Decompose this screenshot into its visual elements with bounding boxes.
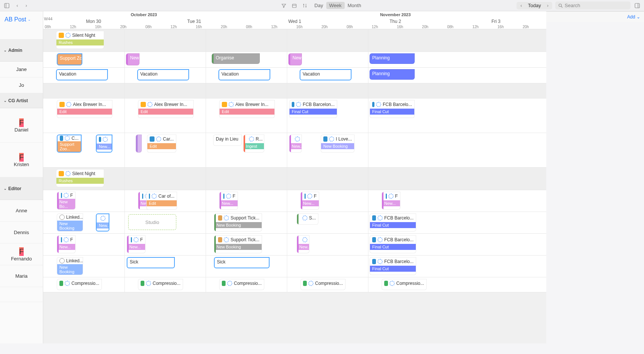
booking-event[interactable]: Support Tick...New Booking bbox=[214, 235, 262, 253]
booking-event[interactable]: S... bbox=[297, 213, 318, 225]
inspector-toggle-icon[interactable] bbox=[633, 2, 641, 9]
booking-event[interactable]: Compressio... bbox=[382, 279, 427, 290]
booking-event[interactable]: Linked...New Booking bbox=[57, 213, 83, 231]
search-placeholder: Search bbox=[565, 3, 580, 8]
booking-event[interactable]: Compressio... bbox=[138, 279, 183, 290]
booking-event[interactable]: C...Support Zoo... bbox=[57, 135, 82, 153]
add-button[interactable]: Add ⌄ bbox=[627, 14, 640, 20]
booking-event[interactable]: Sick bbox=[127, 257, 175, 268]
booking-event[interactable]: New... bbox=[289, 135, 302, 153]
day-header: Tue 31 bbox=[144, 18, 245, 25]
booking-event[interactable]: Sick bbox=[214, 257, 270, 268]
booking-event[interactable]: FCB Barcelo...Final Cut bbox=[370, 100, 415, 118]
booking-event[interactable]: Planning bbox=[370, 69, 415, 80]
booking-event[interactable]: FCB Barcelo...Final Cut bbox=[370, 235, 416, 253]
hour-label: 12h bbox=[471, 25, 496, 29]
hour-label: 08h bbox=[244, 25, 270, 29]
next-period-icon[interactable]: › bbox=[544, 2, 552, 9]
booking-event[interactable]: Planning bbox=[370, 53, 415, 64]
forward-icon[interactable]: › bbox=[23, 2, 30, 9]
day-header: Wed 1 bbox=[244, 18, 345, 25]
hour-label: 20h bbox=[119, 25, 144, 29]
person-name: Dennis bbox=[14, 230, 29, 235]
booking-event[interactable]: Support Tick...New Booking bbox=[214, 213, 262, 231]
back-icon[interactable]: ‹ bbox=[14, 2, 21, 9]
booking-event[interactable]: FNew... bbox=[300, 192, 319, 210]
workspace-picker[interactable]: AB Post⌄ bbox=[0, 11, 43, 28]
booking-event[interactable]: Alex Brewer In...Edit bbox=[57, 100, 112, 118]
booking-event[interactable]: Day in Lieu bbox=[213, 135, 242, 146]
person-name: Fernando bbox=[11, 256, 32, 262]
person-name: Daniel bbox=[15, 127, 29, 133]
booking-event[interactable]: Silent NightRushes bbox=[56, 31, 104, 49]
hour-label: 12h bbox=[370, 25, 395, 29]
booking-event[interactable]: Vacation bbox=[137, 69, 189, 80]
view-month[interactable]: Month bbox=[344, 2, 364, 9]
filter-icon[interactable] bbox=[280, 2, 287, 9]
avatar: F bbox=[19, 247, 24, 256]
booking-event[interactable]: Car...Edit bbox=[147, 135, 176, 153]
booking-event[interactable]: Support Zoo... bbox=[57, 53, 82, 65]
hour-label: 16h bbox=[395, 25, 421, 29]
booking-event[interactable]: New... bbox=[126, 53, 139, 65]
booking-event[interactable]: FNew... bbox=[57, 235, 76, 253]
hour-label: 20h bbox=[521, 25, 546, 29]
booking-event[interactable]: New... bbox=[297, 235, 309, 253]
booking-event[interactable]: New... bbox=[96, 135, 112, 153]
booking-event[interactable]: FNew... bbox=[382, 192, 400, 210]
view-day[interactable]: Day bbox=[311, 2, 326, 9]
tentative-event[interactable]: Studio bbox=[128, 214, 176, 230]
booking-event[interactable]: I Love...New Booking bbox=[321, 135, 355, 153]
avatar: F bbox=[19, 153, 24, 162]
view-toggle: Day Week Month bbox=[311, 2, 364, 9]
booking-event[interactable]: R...Ingest bbox=[243, 135, 264, 153]
booking-event[interactable]: New... bbox=[96, 213, 109, 231]
booking-event[interactable]: FCB Barcelon...Final Cut bbox=[289, 100, 337, 118]
booking-event[interactable]: FNew... bbox=[127, 235, 145, 253]
hour-label: 08h bbox=[446, 25, 471, 29]
booking-event[interactable]: Compressio... bbox=[300, 279, 345, 290]
search-input[interactable]: Search bbox=[555, 2, 630, 9]
booking-event[interactable]: FNew Bo... bbox=[57, 192, 76, 210]
booking-event[interactable]: Car of...Edit bbox=[146, 192, 177, 210]
person-name: Maria bbox=[15, 273, 28, 279]
booking-event[interactable]: Compressio... bbox=[57, 279, 102, 290]
booking-event[interactable]: Linked...New Booking bbox=[57, 257, 83, 275]
booking-event[interactable]: Organise bbox=[212, 53, 260, 64]
booking-event[interactable]: New... bbox=[288, 53, 302, 65]
group-header[interactable]: ⌄ Admin bbox=[0, 39, 43, 62]
settings-icon[interactable] bbox=[301, 2, 308, 9]
prev-period-icon[interactable]: ‹ bbox=[517, 2, 525, 9]
booking-event[interactable]: Alex Brewer In...Edit bbox=[138, 100, 194, 118]
today-button[interactable]: Today bbox=[525, 2, 544, 9]
svg-rect-2 bbox=[292, 4, 296, 8]
avatar: F bbox=[19, 118, 24, 127]
hour-label: 20h bbox=[421, 25, 446, 29]
person-name: Kristen bbox=[14, 162, 29, 167]
booking-event[interactable]: FCB Barcelo...Final Cut bbox=[370, 213, 416, 231]
booking-event[interactable]: FNew... bbox=[219, 192, 238, 210]
hour-label: 12h bbox=[169, 25, 194, 29]
booking-event[interactable]: Silent NightRushes bbox=[56, 169, 104, 187]
booking-event[interactable]: Alex Brewer In...Edit bbox=[219, 100, 275, 118]
booking-event[interactable]: Compressio... bbox=[219, 279, 264, 290]
sidebar-toggle-icon[interactable] bbox=[3, 2, 11, 9]
booking-event[interactable] bbox=[136, 135, 142, 153]
view-week[interactable]: Week bbox=[326, 2, 344, 9]
hour-label: 20h bbox=[219, 25, 244, 29]
svg-line-9 bbox=[561, 6, 562, 8]
calendar-icon[interactable] bbox=[290, 2, 298, 9]
hour-label: 20h bbox=[320, 25, 345, 29]
hour-label: 16h bbox=[496, 25, 521, 29]
month-label-left: October 2023 bbox=[43, 11, 244, 18]
booking-event[interactable]: Vacation bbox=[218, 69, 270, 80]
person-name: Jo bbox=[19, 82, 24, 88]
booking-event[interactable]: Vacation bbox=[300, 69, 352, 80]
group-header[interactable]: ⌄ CG Artist bbox=[0, 93, 43, 108]
month-label-right: November 2023 bbox=[244, 11, 546, 18]
hour-label: 16h bbox=[194, 25, 219, 29]
svg-point-8 bbox=[559, 4, 562, 6]
group-header[interactable]: ⌄ Editor bbox=[0, 177, 43, 200]
booking-event[interactable]: Vacation bbox=[56, 69, 108, 80]
booking-event[interactable]: FCB Barcelo...Final Cut bbox=[370, 257, 416, 275]
